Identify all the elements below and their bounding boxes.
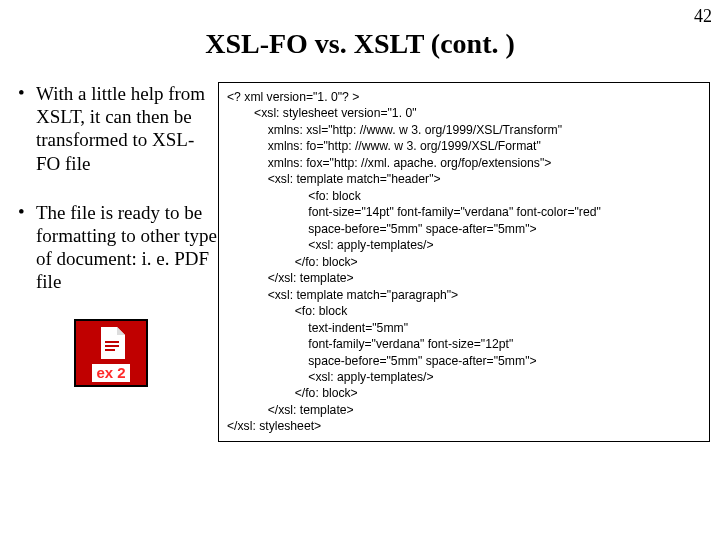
- svg-rect-2: [105, 349, 115, 351]
- svg-rect-1: [105, 345, 119, 347]
- example-badge: ex 2: [74, 319, 148, 387]
- bullet-dot-icon: •: [18, 201, 36, 294]
- document-icon: [97, 327, 125, 359]
- bullet-item: • With a little help from XSLT, it can t…: [18, 82, 218, 175]
- code-block: <? xml version="1. 0"? > <xsl: styleshee…: [218, 82, 710, 442]
- slide-title: XSL-FO vs. XSLT (cont. ): [0, 28, 720, 60]
- bullet-text: With a little help from XSLT, it can the…: [36, 82, 218, 175]
- left-column: • With a little help from XSLT, it can t…: [18, 82, 218, 442]
- page-number: 42: [694, 6, 712, 27]
- bullet-item: • The file is ready to be formatting to …: [18, 201, 218, 294]
- svg-rect-0: [105, 341, 119, 343]
- example-badge-container: ex 2: [74, 319, 218, 387]
- bullet-dot-icon: •: [18, 82, 36, 175]
- example-badge-label: ex 2: [92, 364, 129, 381]
- content-area: • With a little help from XSLT, it can t…: [0, 82, 720, 442]
- bullet-text: The file is ready to be formatting to ot…: [36, 201, 218, 294]
